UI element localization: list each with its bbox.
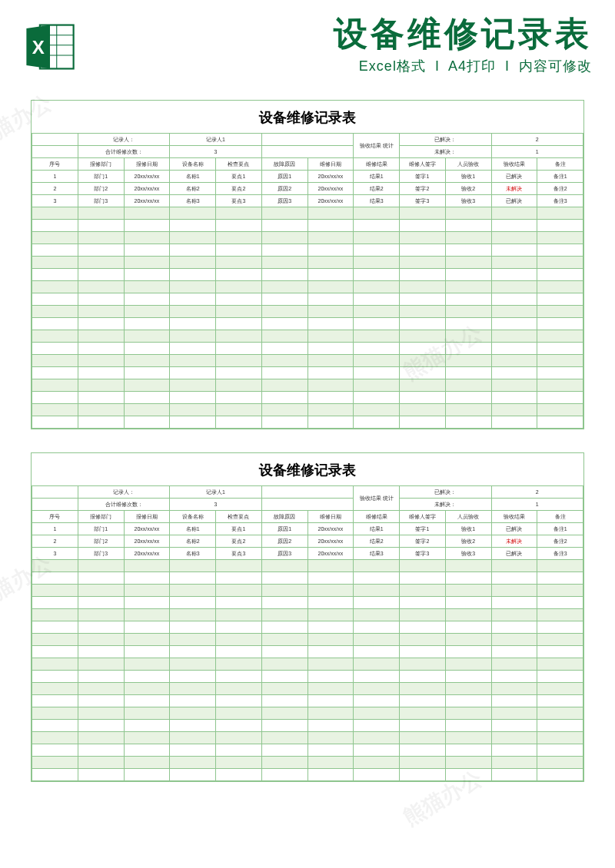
empty-cell bbox=[491, 646, 537, 658]
data-cell: 20xx/xx/xx bbox=[124, 548, 170, 560]
empty-cell bbox=[170, 257, 216, 269]
data-cell: 要点2 bbox=[216, 535, 262, 548]
empty-cell bbox=[445, 207, 491, 220]
empty-cell bbox=[170, 269, 216, 281]
empty-cell bbox=[400, 585, 446, 597]
empty-cell bbox=[354, 585, 400, 597]
column-header: 备注 bbox=[537, 158, 583, 171]
empty-cell bbox=[400, 609, 446, 621]
empty-cell bbox=[400, 707, 446, 720]
page-subtitle: Excel格式 I A4打印 I 内容可修改 bbox=[92, 57, 592, 75]
table-row bbox=[32, 671, 583, 683]
empty-cell bbox=[400, 658, 446, 671]
table-row bbox=[32, 318, 583, 330]
solved-value: 2 bbox=[491, 134, 583, 146]
data-cell: 要点1 bbox=[216, 523, 262, 535]
data-cell: 部门1 bbox=[78, 523, 124, 535]
empty-cell bbox=[308, 757, 354, 769]
data-cell: 签字2 bbox=[400, 183, 446, 195]
empty-cell bbox=[354, 257, 400, 269]
empty-cell bbox=[400, 683, 446, 695]
column-header: 序号 bbox=[32, 158, 78, 171]
table-row bbox=[32, 683, 583, 695]
data-cell: 名称3 bbox=[170, 195, 216, 207]
empty-cell bbox=[216, 658, 262, 671]
empty-cell bbox=[78, 244, 124, 257]
table-row: 2部门220xx/xx/xx名称2要点2原因220xx/xx/xx结果2签字2验… bbox=[32, 183, 583, 195]
empty-cell bbox=[216, 343, 262, 355]
empty-cell bbox=[354, 683, 400, 695]
empty-cell bbox=[170, 621, 216, 634]
empty-cell bbox=[78, 306, 124, 318]
empty-cell bbox=[124, 634, 170, 646]
empty-cell bbox=[537, 609, 583, 621]
empty-cell bbox=[308, 207, 354, 220]
empty-cell bbox=[308, 416, 354, 429]
empty-cell bbox=[170, 597, 216, 609]
empty-cell bbox=[491, 269, 537, 281]
empty-cell bbox=[537, 232, 583, 244]
empty-cell bbox=[32, 318, 78, 330]
data-cell: 20xx/xx/xx bbox=[308, 523, 354, 535]
empty-cell bbox=[491, 671, 537, 683]
data-cell: 原因1 bbox=[261, 171, 308, 183]
empty-cell bbox=[308, 220, 354, 232]
data-cell: 备注3 bbox=[537, 195, 583, 207]
empty-cell bbox=[261, 560, 308, 572]
empty-cell bbox=[491, 757, 537, 769]
table-row: 2部门220xx/xx/xx名称2要点2原因220xx/xx/xx结果2签字2验… bbox=[32, 535, 583, 548]
empty-cell bbox=[400, 597, 446, 609]
empty-cell bbox=[32, 343, 78, 355]
empty-cell bbox=[537, 769, 583, 781]
empty-cell bbox=[216, 621, 262, 634]
empty-cell bbox=[445, 232, 491, 244]
empty-cell bbox=[354, 244, 400, 257]
empty-cell bbox=[78, 720, 124, 732]
empty-cell bbox=[400, 220, 446, 232]
empty-cell bbox=[354, 355, 400, 367]
empty-cell bbox=[78, 646, 124, 658]
empty-cell bbox=[261, 769, 308, 781]
status-cell: 未解决 bbox=[491, 535, 537, 548]
empty-cell bbox=[354, 732, 400, 744]
empty-cell bbox=[354, 293, 400, 306]
empty-cell bbox=[491, 244, 537, 257]
info-cell bbox=[261, 146, 354, 158]
empty-cell bbox=[32, 367, 78, 379]
column-header: 维修人签字 bbox=[400, 511, 446, 523]
data-cell: 备注2 bbox=[537, 183, 583, 195]
empty-cell bbox=[124, 744, 170, 757]
empty-cell bbox=[491, 597, 537, 609]
empty-cell bbox=[537, 207, 583, 220]
data-cell: 20xx/xx/xx bbox=[308, 535, 354, 548]
empty-cell bbox=[491, 560, 537, 572]
empty-cell bbox=[400, 416, 446, 429]
empty-cell bbox=[354, 671, 400, 683]
empty-cell bbox=[78, 318, 124, 330]
empty-cell bbox=[216, 707, 262, 720]
empty-cell bbox=[124, 609, 170, 621]
table-row bbox=[32, 306, 583, 318]
empty-cell bbox=[170, 732, 216, 744]
empty-cell bbox=[32, 404, 78, 416]
empty-cell bbox=[216, 232, 262, 244]
empty-cell bbox=[124, 732, 170, 744]
separator: I bbox=[435, 58, 440, 74]
empty-cell bbox=[78, 232, 124, 244]
data-cell: 20xx/xx/xx bbox=[308, 171, 354, 183]
empty-cell bbox=[445, 220, 491, 232]
empty-cell bbox=[170, 343, 216, 355]
data-cell: 20xx/xx/xx bbox=[124, 523, 170, 535]
empty-cell bbox=[308, 379, 354, 392]
data-cell: 1 bbox=[32, 171, 78, 183]
empty-cell bbox=[445, 572, 491, 585]
column-header: 故障原因 bbox=[261, 158, 308, 171]
status-cell: 已解决 bbox=[491, 171, 537, 183]
empty-cell bbox=[491, 343, 537, 355]
empty-cell bbox=[32, 769, 78, 781]
empty-cell bbox=[170, 769, 216, 781]
empty-cell bbox=[32, 695, 78, 707]
empty-cell bbox=[537, 744, 583, 757]
empty-cell bbox=[400, 560, 446, 572]
data-table: 记录人：记录人1验收结果 统计已解决：2合计维修次数：3未解决：1序号报修部门报… bbox=[32, 133, 583, 429]
